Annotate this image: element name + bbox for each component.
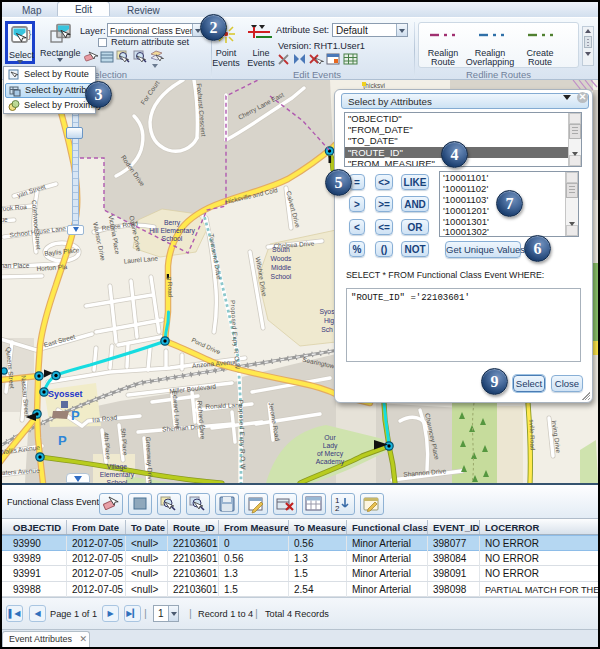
svg-text:School: School xyxy=(162,235,183,242)
svg-text:2: 2 xyxy=(335,504,340,513)
svg-text:sville Road: sville Road xyxy=(528,419,536,451)
svg-text:P: P xyxy=(71,408,80,423)
svg-text:}: } xyxy=(28,29,32,40)
svg-text:Village: Village xyxy=(107,463,128,471)
svg-text:Academy: Academy xyxy=(316,458,345,466)
svg-text:of Mercy: of Mercy xyxy=(317,450,344,458)
svg-text:Syosset: Syosset xyxy=(48,389,83,399)
svg-text:Middle: Middle xyxy=(271,264,291,271)
svg-text:Woods: Woods xyxy=(270,255,292,262)
svg-text:School: School xyxy=(271,273,292,280)
svg-text:Hig: Hig xyxy=(324,317,334,325)
svg-text:Elementary: Elementary xyxy=(100,471,135,479)
svg-text:P: P xyxy=(58,433,67,448)
svg-text:Syos: Syos xyxy=(319,308,335,316)
svg-text:Our: Our xyxy=(324,434,336,441)
svg-text:Hill Elementary: Hill Elementary xyxy=(149,227,195,235)
svg-text:Sch: Sch xyxy=(321,326,333,333)
svg-text:Lady: Lady xyxy=(323,442,338,450)
svg-text:Berry: Berry xyxy=(164,219,181,227)
svg-text:man Place: man Place xyxy=(0,262,30,269)
